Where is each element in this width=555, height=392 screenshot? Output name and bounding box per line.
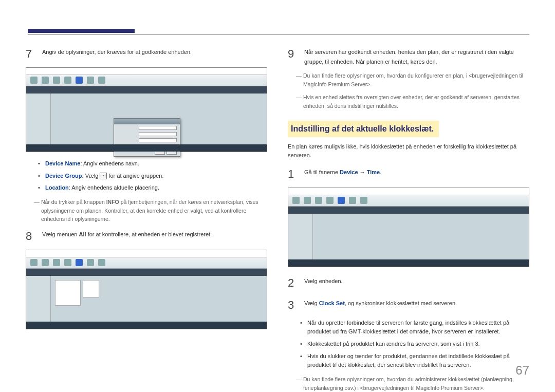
step-1: 1 Gå til fanerne Device → Time. [288,165,529,182]
term-device: Device [340,169,358,175]
step-text: Gå til fanerne Device → Time. [304,165,529,182]
term-device-group: Device Group [45,173,82,179]
text-b: , og synkroniser klokkeslættet med serve… [345,300,457,306]
arrow: → [358,169,367,175]
page-number: 67 [515,361,529,380]
header-accent-bar [28,29,135,33]
two-column-layout: 7 Angiv de oplysninger, der kræves for a… [26,45,529,392]
step-3: 3 Vælg Clock Set, og synkroniser klokkes… [288,296,529,313]
clock-note: Du kan finde flere oplysninger om, hvord… [296,375,529,392]
ellipsis-button-icon: ⋯ [100,173,107,179]
text-a: Vælg menuen [42,231,79,237]
bullet-text-a: : Vælg [82,173,100,179]
text-a: Vælg [304,300,319,306]
note-text-a: Når du trykker på knappen [41,199,106,205]
step-text: Når serveren har godkendt enheden, hente… [304,45,529,66]
step-text: Angiv de oplysninger, der kræves for at … [42,45,267,62]
screenshot-all-menu [26,250,267,329]
term-location: Location [45,184,69,191]
term-device-name: Device Name [45,160,81,166]
left-column: 7 Angiv de oplysninger, der kræves for a… [26,45,267,392]
bullet-device-name: Device Name: Angiv enhedens navn. [38,159,267,169]
text-a: Gå til fanerne [304,169,340,175]
step7-note: Når du trykker på knappen INFO på fjernb… [34,198,267,223]
step9-note1: Du kan finde flere oplysninger om, hvord… [296,71,529,89]
text-b: for at kontrollere, at enheden er blevet… [86,231,212,237]
step-8: 8 Vælg menuen All for at kontrollere, at… [26,228,267,245]
bullet-3: Hvis du slukker og tænder for produktet,… [300,352,529,370]
section-heading-clock: Indstilling af det aktuelle klokkeslæt. [288,121,439,137]
step-number: 8 [26,228,35,245]
step-7: 7 Angiv de oplysninger, der kræves for a… [26,45,267,62]
bullet-location: Location: Angiv enhedens aktuelle placer… [38,183,267,193]
section-intro: En plan køres muligvis ikke, hvis klokke… [288,142,529,160]
step-text: Vælg enheden. [304,274,529,291]
step-2: 2 Vælg enheden. [288,274,529,291]
term-time: Time [367,169,380,175]
bullet-1: Når du opretter forbindelse til serveren… [300,319,529,337]
step-number: 3 [288,296,297,313]
info-bold: INFO [106,199,119,205]
step-9: 9 Når serveren har godkendt enheden, hen… [288,45,529,66]
bullet-text-b: for at angive gruppen. [107,173,163,179]
bullet-2: Klokkeslættet på produktet kan ændres fr… [300,340,529,349]
right-column: 9 Når serveren har godkendt enheden, hen… [288,45,529,392]
step7-bullets: Device Name: Angiv enhedens navn. Device… [38,159,267,193]
all-bold: All [79,231,86,237]
step-number: 2 [288,274,297,291]
bullet-text: : Angiv enhedens navn. [81,160,139,166]
term-clock-set: Clock Set [319,300,345,306]
screenshot-approve-device [26,67,267,152]
step9-note2: Hvis en enhed slettes fra oversigten ove… [296,93,529,110]
step-number: 7 [26,45,35,62]
step-number: 9 [288,45,297,66]
clock-bullets: Når du opretter forbindelse til serveren… [300,319,529,370]
step-text: Vælg Clock Set, og synkroniser klokkeslæ… [304,296,529,313]
period: . [380,169,381,175]
header-divider [28,34,529,35]
bullet-device-group: Device Group: Vælg ⋯ for at angive grupp… [38,172,267,181]
step-text: Vælg menuen All for at kontrollere, at e… [42,228,267,245]
step-number: 1 [288,165,297,182]
screenshot-device-time [288,188,529,267]
bullet-text: : Angiv enhedens aktuelle placering. [69,184,159,191]
